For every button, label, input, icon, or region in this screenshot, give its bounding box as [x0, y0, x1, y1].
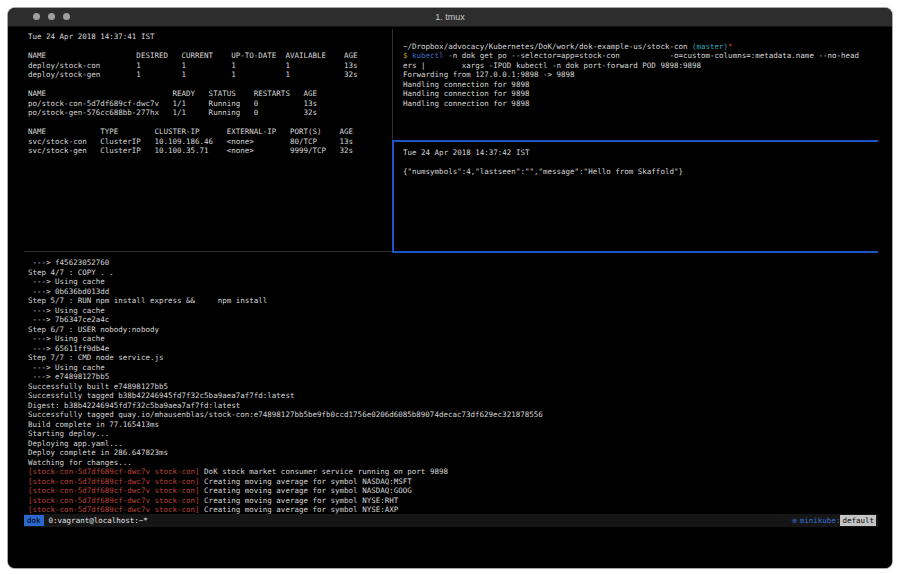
- tmux-status-bar: dok 0:vagrant@localhost:~* ⎈ minikube:de…: [24, 514, 878, 527]
- zoom-icon[interactable]: [63, 13, 70, 20]
- terminal-line: [stock-con-5d7df689cf-dwc7v stock-con] D…: [28, 467, 880, 477]
- terminal-line: svc/stock-gen ClusterIP 10.100.35.71 <no…: [28, 146, 392, 156]
- terminal-line: {"numsymbols":4,"lastseen":"","message":…: [403, 167, 881, 177]
- terminal-line: [stock-con-5d7df689cf-dwc7v stock-con] C…: [28, 496, 880, 506]
- terminal-line: ---> Using cache: [28, 277, 880, 287]
- terminal-line: [stock-con-5d7df689cf-dwc7v stock-con] C…: [28, 486, 880, 496]
- terminal-line: ers | xargs -IPOD kubectl -n dok port-fo…: [403, 61, 881, 71]
- terminal-line: ---> 7b6347ce2a4c: [28, 315, 880, 325]
- kube-namespace-badge: default: [840, 515, 876, 526]
- terminal-line: Tue 24 Apr 2018 14:37:41 IST: [28, 32, 392, 42]
- terminal-line: ---> f45623052760: [28, 258, 880, 268]
- pane-border-vertical-top: [392, 29, 393, 140]
- terminal-line: deploy/stock-gen 1 1 1 1 32s: [28, 70, 392, 80]
- terminal-line: [stock-con-5d7df689cf-dwc7v stock-con] C…: [28, 477, 880, 487]
- terminal-line: Watching for changes...: [28, 458, 880, 468]
- window-list-item[interactable]: 0:vagrant@localhost:~*: [49, 516, 148, 525]
- terminal-line: Starting deploy...: [28, 429, 880, 439]
- terminal-line: Handling connection for 9898: [403, 80, 881, 90]
- minimize-icon[interactable]: [48, 13, 55, 20]
- pane-skaffold-log[interactable]: ---> f45623052760Step 4/7 : COPY . . ---…: [28, 258, 880, 515]
- active-pane-border-bottom: [392, 251, 878, 253]
- terminal-line: svc/stock-con ClusterIP 10.109.186.46 <n…: [28, 137, 392, 147]
- active-pane-border-left: [392, 140, 394, 252]
- window-titlebar[interactable]: 1. tmux: [8, 8, 892, 27]
- helm-icon: ⎈: [792, 516, 798, 526]
- kube-context-indicator: ⎈ minikube:default: [792, 515, 876, 526]
- terminal-line: Step 4/7 : COPY . .: [28, 268, 880, 278]
- terminal-line: Forwarding from 127.0.0.1:9898 -> 9898: [403, 70, 881, 80]
- terminal-line: Successfully tagged quay.io/mhausenblas/…: [28, 410, 880, 420]
- terminal-line: [28, 80, 392, 90]
- terminal-line: ---> 0b636bd013dd: [28, 287, 880, 297]
- terminal-line: ---> Using cache: [28, 306, 880, 316]
- terminal-line: NAME DESIRED CURRENT UP-TO-DATE AVAILABL…: [28, 51, 392, 61]
- terminal-line: Digest: b38b42246945fd7f32c5ba9aea7af7fd…: [28, 401, 880, 411]
- terminal-line: Deploy complete in 286.647823ms: [28, 448, 880, 458]
- terminal-content: Tue 24 Apr 2018 14:37:41 IST NAME DESIRE…: [8, 27, 892, 568]
- traffic-lights: [33, 13, 70, 20]
- terminal-line: Build complete in 77.165413ms: [28, 420, 880, 430]
- active-pane-border-top: [392, 140, 878, 142]
- pane-border-horizontal-left: [24, 251, 392, 252]
- terminal-line: Tue 24 Apr 2018 14:37:42 IST: [403, 148, 881, 158]
- terminal-window: 1. tmux Tue 24 Apr 2018 14:37:41 IST NAM…: [8, 8, 892, 568]
- pane-kubectl-watch[interactable]: Tue 24 Apr 2018 14:37:41 IST NAME DESIRE…: [28, 32, 392, 156]
- terminal-line: [28, 42, 392, 52]
- window-title: 1. tmux: [8, 12, 892, 22]
- terminal-line: ---> Using cache: [28, 334, 880, 344]
- desktop-background: 1. tmux Tue 24 Apr 2018 14:37:41 IST NAM…: [0, 0, 900, 574]
- pane-service-response[interactable]: Tue 24 Apr 2018 14:37:42 IST {"numsymbol…: [403, 148, 881, 177]
- terminal-line: NAME READY STATUS RESTARTS AGE: [28, 89, 392, 99]
- terminal-line: [28, 118, 392, 128]
- terminal-line: Successfully built e74898127bb5: [28, 382, 880, 392]
- terminal-line: Handling connection for 9898: [403, 89, 881, 99]
- kube-context-name: minikube: [800, 516, 836, 525]
- terminal-line: ---> 65611ff9db4e: [28, 344, 880, 354]
- terminal-line: deploy/stock-con 1 1 1 1 13s: [28, 61, 392, 71]
- terminal-line: Deploying app.yaml...: [28, 439, 880, 449]
- terminal-line: Step 6/7 : USER nobody:nobody: [28, 325, 880, 335]
- terminal-line: $ kubectl -n dok get po --selector=app=s…: [403, 51, 881, 61]
- terminal-line: Successfully tagged b38b42246945fd7f32c5…: [28, 391, 880, 401]
- terminal-line: Step 7/7 : CMD node service.js: [28, 353, 880, 363]
- terminal-line: [403, 32, 881, 42]
- terminal-line: ---> Using cache: [28, 363, 880, 373]
- terminal-line: [403, 158, 881, 168]
- terminal-line: po/stock-gen-576cc688bb-277hx 1/1 Runnin…: [28, 108, 392, 118]
- terminal-line: ~/Dropbox/advocacy/Kubernetes/DoK/work/d…: [403, 42, 881, 52]
- pane-port-forward[interactable]: ~/Dropbox/advocacy/Kubernetes/DoK/work/d…: [403, 32, 881, 108]
- terminal-line: Step 5/7 : RUN npm install express && np…: [28, 296, 880, 306]
- session-name-badge[interactable]: dok: [24, 515, 44, 526]
- terminal-line: NAME TYPE CLUSTER-IP EXTERNAL-IP PORT(S)…: [28, 127, 392, 137]
- close-icon[interactable]: [33, 13, 40, 20]
- terminal-line: ---> e74898127bb5: [28, 372, 880, 382]
- terminal-line: Handling connection for 9898: [403, 99, 881, 109]
- terminal-line: po/stock-con-5d7df689cf-dwc7v 1/1 Runnin…: [28, 99, 392, 109]
